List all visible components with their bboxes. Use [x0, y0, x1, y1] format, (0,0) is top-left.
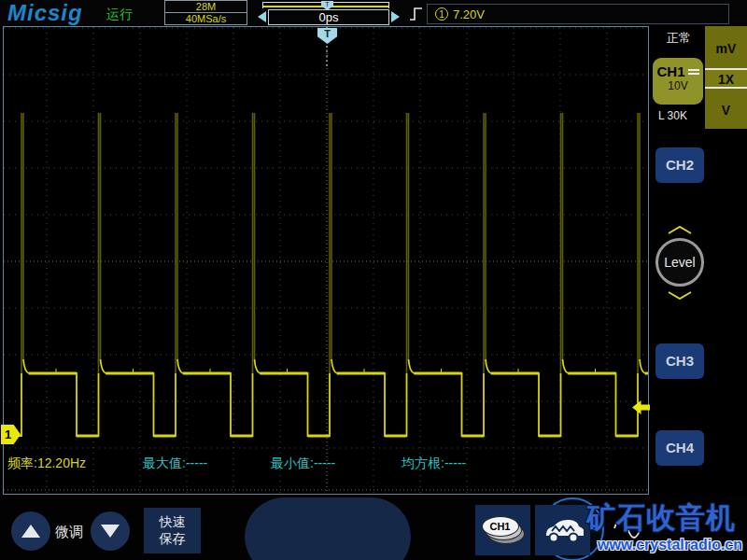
- quick-save-line1: 快速: [144, 513, 201, 530]
- level-up-chevron-icon[interactable]: [667, 226, 693, 234]
- measurement-frequency: 频率:12.20Hz: [7, 455, 86, 472]
- watermark-url: www.crystalradio.cn: [598, 537, 742, 553]
- down-triangle-icon: [101, 525, 120, 538]
- channel1-impedance: L 30K: [658, 109, 687, 122]
- channel2-button[interactable]: CH2: [655, 147, 704, 183]
- measurement-value: -----: [186, 455, 207, 470]
- trigger-status-box[interactable]: 1 7.20V: [427, 4, 729, 24]
- channel4-button[interactable]: CH4: [655, 430, 704, 466]
- header-bar: Micsig 运行 28M 40MSa/s T 0ps 1 7.20V: [0, 0, 747, 26]
- waveform-display[interactable]: [4, 27, 648, 494]
- auto-mode-button[interactable]: [535, 505, 590, 555]
- channel1-label: CH1: [656, 63, 684, 79]
- measurement-max: 最大值:-----: [143, 455, 207, 472]
- channel-stack-icon: CH1: [482, 514, 525, 546]
- run-status: 运行: [106, 7, 133, 23]
- measurement-label: 均方根:: [402, 455, 444, 470]
- hpos-left-arrow-icon[interactable]: [258, 11, 266, 22]
- acquisition-info-box[interactable]: 28M 40MSa/s: [164, 0, 247, 25]
- measurement-min: 最小值:-----: [271, 455, 335, 472]
- level-down-chevron-icon[interactable]: [667, 291, 693, 300]
- measurement-rms: 均方根:-----: [402, 455, 466, 472]
- acquire-mode-label: 正常: [667, 30, 691, 47]
- channel1-scale: 10V: [653, 79, 703, 92]
- scale-mv-button[interactable]: mV: [705, 26, 747, 68]
- watermark-title: 矿石收音机: [586, 498, 736, 538]
- channel-select-button[interactable]: CH1: [475, 505, 530, 555]
- trigger-level-knob[interactable]: Level: [655, 238, 704, 287]
- up-triangle-icon: [21, 525, 40, 538]
- channel-stack-label: CH1: [482, 516, 519, 537]
- scale-v-button[interactable]: V: [705, 89, 747, 129]
- vertical-scale-strip: mV 1X V: [705, 26, 747, 129]
- channel1-button[interactable]: CH1 10V: [653, 58, 703, 105]
- fine-adjust-label: 微调: [55, 524, 83, 541]
- memory-depth: 28M: [165, 1, 247, 13]
- fine-adjust-up-button[interactable]: [11, 511, 50, 551]
- sample-rate: 40MSa/s: [165, 13, 247, 25]
- measurement-label: 最小值:: [271, 455, 314, 470]
- dc-coupling-icon: [688, 69, 699, 75]
- probe-attenuation-badge[interactable]: 1X: [705, 68, 747, 89]
- measurement-value: 12.20Hz: [37, 455, 86, 470]
- measurement-value: -----: [444, 455, 466, 470]
- channel3-button[interactable]: CH3: [655, 343, 704, 379]
- brand-logo: Micsig: [7, 0, 83, 26]
- rising-edge-icon: [409, 6, 424, 22]
- quick-save-line2: 保存: [144, 530, 201, 547]
- fine-adjust-down-button[interactable]: [91, 511, 130, 551]
- trigger-source-badge: 1: [435, 7, 448, 21]
- measurement-value: -----: [314, 455, 335, 470]
- measurement-label: 最大值:: [143, 455, 186, 470]
- horizontal-position[interactable]: 0ps: [268, 9, 389, 25]
- quick-save-button[interactable]: 快速 保存: [144, 508, 201, 553]
- oscilloscope-app: Micsig 运行 28M 40MSa/s T 0ps 1 7.20V T 1 …: [0, 0, 747, 560]
- trigger-level-value: 7.20V: [453, 7, 485, 21]
- timebase-capsule: 50 ms: [245, 497, 411, 560]
- measurement-label: 频率:: [7, 455, 37, 470]
- car-icon: [543, 514, 584, 546]
- hpos-right-arrow-icon[interactable]: [391, 11, 400, 22]
